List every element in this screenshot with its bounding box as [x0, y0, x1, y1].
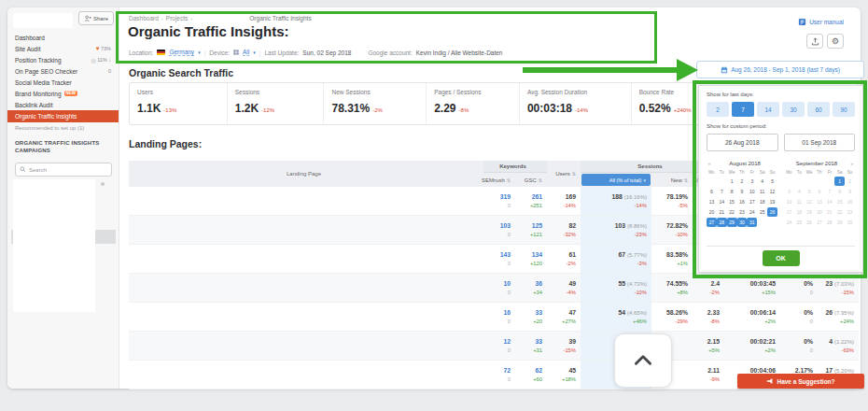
calendar-day[interactable]: 11: [757, 187, 767, 196]
export-button[interactable]: [806, 34, 823, 49]
calendar-day[interactable]: 17: [784, 207, 794, 217]
calendar-day[interactable]: 29: [834, 218, 845, 227]
header-users[interactable]: Users⇅: [547, 161, 581, 187]
calendar-day[interactable]: 13: [707, 197, 717, 206]
calendar-day[interactable]: 9: [845, 187, 855, 196]
calendar-day[interactable]: 18: [794, 207, 805, 217]
calendar-day[interactable]: 2: [845, 177, 855, 186]
calendar-day[interactable]: 19: [767, 197, 777, 206]
calendar-day[interactable]: 16: [737, 197, 748, 206]
sidebar-item-position-tracking[interactable]: Position Tracking◎11%↓: [7, 54, 119, 65]
calendar-day[interactable]: 26: [805, 218, 815, 227]
calendar-day[interactable]: 21: [717, 207, 727, 217]
calendar-next-icon[interactable]: »: [849, 161, 855, 166]
cell-semrush[interactable]: 100: [483, 274, 515, 302]
calendar-day[interactable]: 17: [747, 197, 757, 206]
calendar-day[interactable]: 4: [794, 187, 805, 196]
calendar-day[interactable]: 1: [834, 177, 845, 186]
suggestion-button[interactable]: Have a Suggestion?: [737, 374, 864, 389]
last-days-14-button[interactable]: 14: [757, 102, 779, 117]
calendar-day[interactable]: 11: [794, 197, 805, 206]
header-gsc[interactable]: GSC⇅: [515, 173, 547, 187]
cell-gsc[interactable]: 33+31: [515, 332, 547, 360]
cell-gsc[interactable]: 33+20: [515, 303, 547, 331]
calendar-day[interactable]: 10: [784, 197, 794, 206]
ok-button[interactable]: OK: [763, 250, 800, 266]
date-range-button[interactable]: Aug 26, 2018 - Sep 1, 2018 (last 7 days): [696, 61, 864, 78]
cell-gsc[interactable]: 36+34: [515, 274, 547, 302]
sidebar-item-recommended-to-set-up-1[interactable]: Recommended to set up (1): [7, 122, 119, 134]
calendar-day[interactable]: 3: [784, 187, 794, 196]
sidebar-item-backlink-audit[interactable]: Backlink Audit: [7, 99, 119, 110]
sidebar-item-organic-traffic-insights[interactable]: Organic Traffic Insights: [7, 110, 119, 122]
cell-semrush[interactable]: 120: [483, 332, 515, 360]
breadcrumb-projects[interactable]: Projects: [166, 15, 188, 21]
device-selector[interactable]: All: [243, 49, 249, 56]
calendar-day[interactable]: 24: [784, 218, 794, 227]
calendar-day[interactable]: 6: [707, 187, 717, 196]
sidebar-item-on-page-seo-checker[interactable]: On Page SEO Checker0: [7, 65, 119, 77]
calendar-day[interactable]: 3: [747, 177, 757, 186]
cell-semrush[interactable]: 1430: [483, 245, 515, 273]
calendar-day[interactable]: 28: [824, 218, 834, 227]
campaign-search-input[interactable]: Search: [15, 163, 112, 177]
calendar-day[interactable]: 2: [737, 177, 748, 186]
last-days-2-button[interactable]: 2: [707, 102, 729, 117]
calendar-day[interactable]: 24: [747, 207, 757, 217]
calendar-day[interactable]: 20: [815, 207, 825, 217]
last-days-7-button[interactable]: 7: [732, 102, 754, 117]
calendar-day[interactable]: 7: [717, 187, 727, 196]
custom-period-to-input[interactable]: 01 Sep 2018: [784, 134, 856, 151]
header-new[interactable]: New⇅: [651, 173, 693, 187]
cell-semrush[interactable]: 1030: [483, 216, 515, 244]
cell-semrush[interactable]: 160: [483, 303, 515, 331]
calendar-day[interactable]: 7: [824, 187, 834, 196]
last-days-30-button[interactable]: 30: [782, 102, 805, 117]
calendar-day[interactable]: 26: [767, 207, 777, 217]
calendar-day[interactable]: 20: [707, 207, 717, 217]
calendar-day[interactable]: 9: [737, 187, 748, 196]
calendar-day[interactable]: 15: [727, 197, 737, 206]
calendar-day[interactable]: 30: [737, 218, 748, 227]
calendar-day[interactable]: 5: [805, 187, 815, 196]
calendar-day[interactable]: 22: [834, 207, 845, 217]
cell-gsc[interactable]: 134+120: [515, 245, 547, 273]
share-button[interactable]: Share: [78, 11, 114, 25]
calendar-day[interactable]: 5: [767, 177, 777, 186]
user-manual-link[interactable]: User manual: [798, 18, 844, 26]
cell-gsc[interactable]: 261+251: [515, 187, 547, 215]
settings-button[interactable]: ⚙: [827, 34, 844, 49]
calendar-day[interactable]: 8: [727, 187, 737, 196]
sidebar-item-dashboard[interactable]: Dashboard: [7, 32, 119, 43]
calendar-day[interactable]: 14: [717, 197, 727, 206]
calendar-day[interactable]: 19: [805, 207, 815, 217]
sidebar-item-brand-monitoring[interactable]: Brand MonitoringNEW: [7, 88, 119, 99]
last-days-90-button[interactable]: 90: [833, 102, 855, 117]
calendar-day[interactable]: 13: [815, 197, 825, 206]
calendar-day[interactable]: 27: [707, 218, 717, 227]
calendar-day[interactable]: 1: [727, 177, 737, 186]
header-semrush[interactable]: SEMrush⇅: [483, 173, 515, 187]
calendar-day[interactable]: 23: [845, 207, 855, 217]
scroll-to-top-button[interactable]: [614, 333, 672, 388]
calendar-day[interactable]: 29: [727, 218, 737, 227]
calendar-day[interactable]: 22: [727, 207, 737, 217]
calendar-day[interactable]: 30: [845, 218, 855, 227]
cell-semrush[interactable]: 720: [483, 361, 515, 389]
calendar-day[interactable]: 12: [767, 187, 777, 196]
calendar-day[interactable]: 16: [845, 197, 855, 206]
calendar-day[interactable]: 12: [805, 197, 815, 206]
cell-semrush[interactable]: 3190: [483, 187, 515, 215]
sidebar-item-site-audit[interactable]: Site Audit♥73%: [7, 43, 119, 54]
location-selector[interactable]: Germany: [169, 49, 194, 56]
calendar-day[interactable]: 21: [824, 207, 834, 217]
calendar-day[interactable]: 8: [834, 187, 845, 196]
calendar-day[interactable]: 25: [794, 218, 805, 227]
calendar-day[interactable]: 10: [747, 187, 757, 196]
calendar-day[interactable]: 4: [757, 177, 767, 186]
calendar-day[interactable]: 15: [834, 197, 845, 206]
calendar-day[interactable]: 28: [717, 218, 727, 227]
calendar-day[interactable]: 31: [747, 218, 757, 227]
calendar-day[interactable]: 23: [737, 207, 748, 217]
header-all-percent-total[interactable]: All (% of total)▾: [581, 174, 651, 186]
